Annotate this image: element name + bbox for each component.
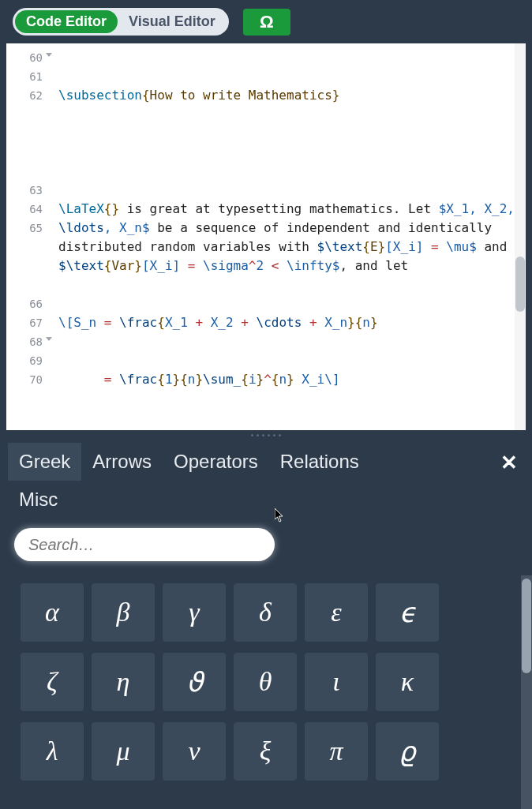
line-gutter: 60 61 62 63 64 65 66 67 68 69 70 (6, 43, 55, 430)
pane-resize-handle[interactable] (0, 430, 532, 440)
gutter-line: 62 (6, 86, 52, 181)
close-icon[interactable]: ✕ (500, 451, 518, 475)
symbol-category-tabs: Greek Arrows Operators Relations ✕ Misc (0, 440, 532, 519)
tab-operators[interactable]: Operators (163, 443, 269, 481)
symbol-epsilon[interactable]: ϵ (376, 583, 439, 642)
symbol-xi[interactable]: ξ (234, 722, 297, 781)
gutter-line: 66 (6, 294, 52, 313)
symbol-search-input[interactable] (14, 528, 275, 561)
tab-misc[interactable]: Misc (8, 481, 69, 519)
symbol-varepsilon[interactable]: ε (305, 583, 368, 642)
editor-tab-bar: Code Editor Visual Editor Ω (0, 0, 532, 43)
symbol-zeta[interactable]: ζ (21, 653, 84, 711)
symbol-search-row (0, 519, 532, 575)
symbol-kappa[interactable]: κ (376, 653, 439, 711)
fold-icon[interactable] (46, 337, 52, 341)
code-body[interactable]: \subsection{How to write Mathematics} \L… (55, 43, 526, 430)
symbol-mu[interactable]: μ (92, 722, 155, 781)
symbol-iota[interactable]: ι (305, 653, 368, 711)
fold-icon[interactable] (46, 53, 52, 57)
symbol-pi[interactable]: π (305, 722, 368, 781)
tab-visual-editor[interactable]: Visual Editor (118, 10, 227, 33)
gutter-line: 64 (6, 200, 52, 219)
symbol-beta[interactable]: β (92, 583, 155, 642)
gutter-line: 68 (6, 332, 52, 351)
symbol-varrho[interactable]: ϱ (376, 722, 439, 781)
tab-greek[interactable]: Greek (8, 443, 81, 481)
symbol-palette-button[interactable]: Ω (243, 9, 290, 36)
symbol-nu[interactable]: ν (163, 722, 226, 781)
gutter-line: 67 (6, 313, 52, 332)
symbol-vartheta[interactable]: ϑ (163, 653, 226, 711)
symbol-delta[interactable]: δ (234, 583, 297, 642)
tab-arrows[interactable]: Arrows (81, 443, 163, 481)
tab-code-editor[interactable]: Code Editor (15, 10, 118, 33)
code-editor[interactable]: 60 61 62 63 64 65 66 67 68 69 70 \subsec… (6, 43, 526, 430)
symbol-grid: α β γ δ ε ϵ ζ η ϑ θ ι κ λ μ ν ξ π ϱ (0, 575, 521, 809)
symbol-lambda[interactable]: λ (21, 722, 84, 781)
panel-scrollbar[interactable] (521, 575, 532, 809)
tab-relations[interactable]: Relations (269, 443, 370, 481)
symbol-alpha[interactable]: α (21, 583, 84, 642)
tab-pill-group: Code Editor Visual Editor (13, 8, 229, 36)
symbol-panel: Greek Arrows Operators Relations ✕ Misc … (0, 440, 532, 809)
symbol-theta[interactable]: θ (234, 653, 297, 711)
gutter-line: 60 (6, 48, 52, 67)
gutter-line: 63 (6, 181, 52, 200)
code-editor-wrap: 60 61 62 63 64 65 66 67 68 69 70 \subsec… (0, 43, 532, 430)
gutter-line: 69 (6, 351, 52, 370)
symbol-gamma[interactable]: γ (163, 583, 226, 642)
symbol-eta[interactable]: η (92, 653, 155, 711)
scrollbar-thumb[interactable] (522, 579, 531, 673)
gutter-line: 65 (6, 219, 52, 294)
scrollbar-thumb[interactable] (515, 257, 525, 312)
gutter-line: 61 (6, 67, 52, 86)
gutter-line: 70 (6, 370, 52, 389)
editor-scrollbar[interactable] (515, 43, 526, 430)
